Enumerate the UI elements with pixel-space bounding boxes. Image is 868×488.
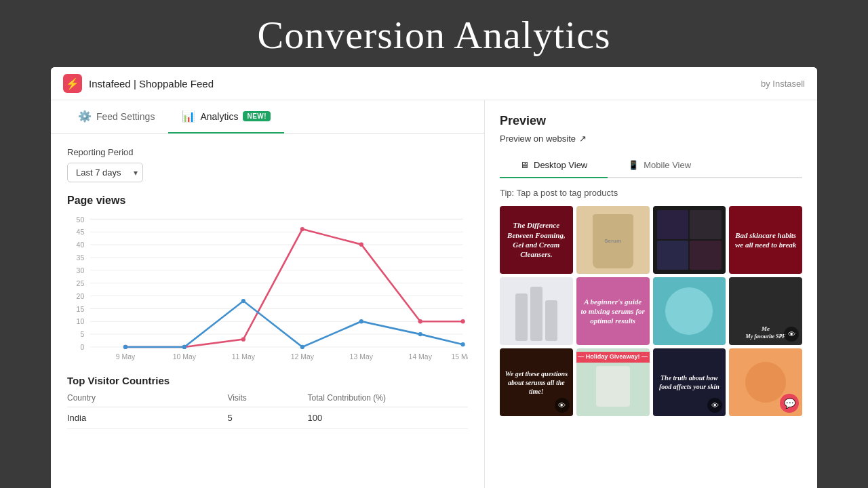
grid-item-5[interactable] — [500, 277, 573, 345]
grid-item-6[interactable]: A beginner's guide to mixing serums for … — [576, 277, 650, 345]
grid-item-10[interactable]: — Holiday Giveaway! — — [576, 348, 650, 416]
new-badge: NEW! — [243, 111, 271, 121]
hidden-icon-9: 👁 — [555, 398, 570, 413]
reporting-period-label: Reporting Period — [67, 147, 468, 157]
top-visitor-title: Top Visitor Countries — [67, 375, 468, 386]
hidden-icon-8: 👁 — [784, 327, 799, 342]
blue-dot-4 — [300, 345, 304, 349]
tab-feed-settings[interactable]: ⚙️ Feed Settings — [64, 100, 168, 134]
table-row: India 5 100 — [67, 407, 468, 429]
svg-text:50: 50 — [77, 216, 85, 224]
chart-icon: 📊 — [182, 110, 195, 123]
preview-link-text: Preview on website — [500, 134, 576, 144]
tabs-bar: ⚙️ Feed Settings 📊 Analytics NEW! — [51, 100, 484, 134]
blue-dot-2 — [182, 345, 186, 349]
tab-feed-settings-label: Feed Settings — [96, 111, 155, 122]
svg-text:20: 20 — [77, 293, 85, 300]
svg-text:9 May: 9 May — [116, 353, 136, 361]
view-tabs: 🖥 Desktop View 📱 Mobile View — [500, 153, 802, 178]
tab-analytics-label: Analytics — [200, 111, 238, 122]
grid-item-3[interactable] — [653, 206, 726, 274]
app-window: ⚡ Instafeed | Shoppable Feed by Instasel… — [51, 67, 817, 488]
tab-analytics[interactable]: 📊 Analytics NEW! — [168, 100, 284, 134]
blue-dot-7 — [460, 342, 465, 346]
grid-item-7[interactable] — [653, 277, 726, 345]
mobile-icon: 📱 — [628, 160, 639, 170]
svg-text:35: 35 — [77, 254, 85, 262]
pink-dot-7 — [460, 319, 465, 323]
mobile-view-label: Mobile View — [644, 160, 691, 170]
pink-line — [125, 229, 463, 347]
pink-dot-4 — [300, 227, 304, 231]
svg-text:40: 40 — [77, 241, 85, 249]
grid-item-8[interactable]: MeMy favourite SPF 👁 — [729, 277, 802, 345]
blue-dot-5 — [359, 319, 363, 323]
grid-item-12[interactable]: 💬 — [729, 348, 802, 416]
svg-text:0: 0 — [80, 344, 84, 351]
svg-text:30: 30 — [77, 267, 85, 274]
row-country: India — [67, 413, 227, 423]
desktop-view-label: Desktop View — [534, 160, 587, 170]
holiday-badge: — Holiday Giveaway! — — [576, 352, 650, 363]
svg-text:15: 15 — [77, 306, 85, 313]
gear-icon: ⚙️ — [78, 110, 92, 123]
svg-text:25: 25 — [77, 280, 85, 287]
table-header: Country Visits Total Contribution (%) — [67, 393, 468, 407]
blue-dot-6 — [418, 332, 422, 336]
grid-item-11[interactable]: The truth about how food affects your sk… — [653, 348, 726, 416]
svg-text:10 May: 10 May — [173, 353, 197, 361]
svg-text:11 May: 11 May — [232, 353, 256, 361]
period-select-wrap[interactable]: Last 7 days Last 30 days Last 90 days — [67, 163, 143, 182]
grid-item-9[interactable]: We get these questions about serums all … — [500, 348, 573, 416]
tip-content: Tap a post to tag products — [517, 188, 618, 198]
row-contribution: 100 — [308, 413, 468, 423]
grid-item-2[interactable]: Serum — [576, 206, 650, 274]
col-visits: Visits — [227, 393, 307, 403]
grid-item-4[interactable]: Bad skincare habits we all need to break — [729, 206, 802, 274]
app-header-left: ⚡ Instafeed | Shoppable Feed — [63, 74, 214, 93]
tip-text: Tip: Tap a post to tag products — [500, 188, 802, 198]
external-link-icon: ↗ — [579, 134, 587, 144]
tab-desktop-view[interactable]: 🖥 Desktop View — [500, 153, 608, 178]
app-icon: ⚡ — [63, 74, 82, 93]
svg-text:45: 45 — [77, 228, 85, 236]
pink-dot-3 — [241, 337, 245, 341]
page-views-title: Page views — [67, 195, 468, 207]
blue-line — [125, 301, 463, 347]
chart-area: 50 45 40 35 30 25 20 15 10 5 0 — [67, 214, 468, 363]
left-panel: ⚙️ Feed Settings 📊 Analytics NEW! Report… — [51, 100, 485, 488]
pink-dot-6 — [418, 319, 422, 323]
svg-text:15 May: 15 May — [451, 353, 468, 361]
blue-dot-1 — [123, 345, 127, 349]
svg-text:12 May: 12 May — [291, 353, 315, 361]
image-grid: The Difference Between Foaming, Gel and … — [500, 206, 802, 416]
desktop-icon: 🖥 — [520, 160, 529, 170]
blue-dot-3 — [241, 299, 245, 303]
preview-link[interactable]: Preview on website ↗ — [500, 134, 802, 144]
page-title: Conversion Analytics — [0, 12, 868, 58]
tip-label: Tip: — [500, 188, 517, 198]
tab-mobile-view[interactable]: 📱 Mobile View — [608, 153, 711, 178]
chat-bubble-icon: 💬 — [780, 394, 799, 413]
col-country: Country — [67, 393, 227, 403]
app-header-title: Instafeed | Shoppable Feed — [89, 78, 214, 89]
chart-svg: 50 45 40 35 30 25 20 15 10 5 0 — [67, 214, 468, 363]
col-contribution: Total Contribution (%) — [308, 393, 468, 403]
analytics-content: Reporting Period Last 7 days Last 30 day… — [51, 134, 484, 443]
reporting-period: Reporting Period Last 7 days Last 30 day… — [67, 147, 468, 182]
grid-item-1[interactable]: The Difference Between Foaming, Gel and … — [500, 206, 573, 274]
pink-dot-5 — [359, 243, 363, 247]
app-body: ⚙️ Feed Settings 📊 Analytics NEW! Report… — [51, 100, 817, 488]
svg-text:13 May: 13 May — [350, 353, 374, 361]
row-visits: 5 — [227, 413, 307, 423]
svg-text:10: 10 — [77, 318, 85, 325]
preview-title: Preview — [500, 114, 802, 128]
right-panel: Preview Preview on website ↗ 🖥 Desktop V… — [485, 100, 817, 488]
app-header: ⚡ Instafeed | Shoppable Feed by Instasel… — [51, 67, 817, 100]
period-select[interactable]: Last 7 days Last 30 days Last 90 days — [67, 163, 143, 182]
svg-text:14 May: 14 May — [409, 353, 433, 361]
app-header-by: by Instasell — [761, 79, 805, 89]
svg-text:5: 5 — [80, 331, 84, 338]
